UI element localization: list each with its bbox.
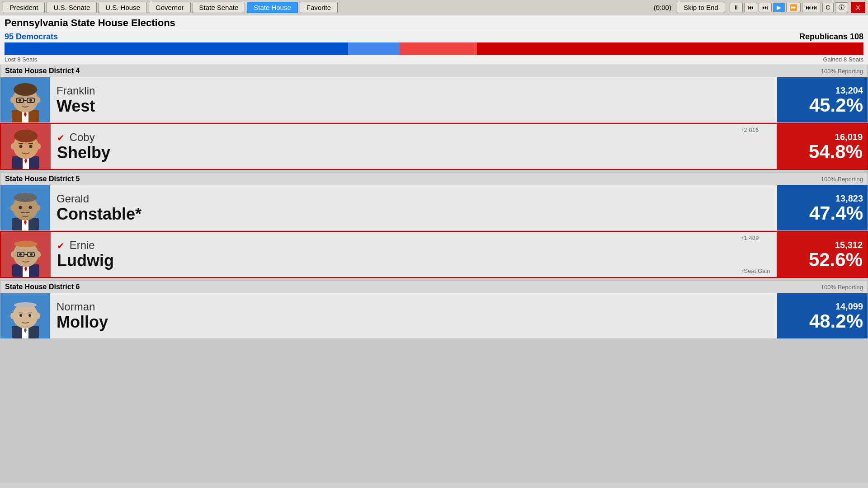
seat-notes: Lost 8 Seats Gained 8 Seats: [5, 55, 863, 65]
reset-button[interactable]: C: [822, 3, 834, 12]
candidate-score-west: 13,204 45.2%: [777, 77, 868, 122]
district-5-name: State House District 5: [5, 175, 80, 183]
tab-favorite[interactable]: Favorite: [300, 2, 338, 13]
candidate-first-ludwig: ✔ Ernie: [57, 239, 770, 252]
pct-west: 45.2%: [809, 96, 863, 115]
candidate-last-shelby: Shelby: [57, 144, 770, 162]
svg-point-44: [19, 253, 22, 256]
info-button[interactable]: ⓘ: [835, 2, 848, 13]
candidate-score-molloy: 14,099 48.2%: [777, 293, 868, 338]
districts-list[interactable]: State House District 4 100% Reporting: [0, 65, 868, 483]
lost-seats-label: Lost 8 Seats: [5, 56, 37, 63]
tab-governor[interactable]: Governor: [149, 2, 191, 13]
avatar-west: [0, 77, 50, 122]
tab-state-house[interactable]: State House: [247, 2, 298, 13]
seat-gain-ludwig: +Seat Gain: [741, 267, 770, 274]
tab-us-senate[interactable]: U.S. Senate: [47, 2, 97, 13]
svg-point-18: [14, 130, 38, 142]
dem-bar-light: [348, 42, 400, 55]
district-block-6: State House District 6 100% Reporting: [0, 281, 868, 339]
dem-score-label: 95 Democrats: [5, 32, 58, 42]
candidate-score-shelby: +2,816 16,019 54.8%: [777, 124, 867, 169]
candidate-last-ludwig: Ludwig: [57, 252, 770, 270]
svg-point-33: [10, 205, 15, 211]
district-5-reporting: 100% Reporting: [821, 176, 863, 183]
candidate-last-constable: Constable*: [57, 205, 771, 223]
tab-us-house[interactable]: U.S. House: [99, 2, 147, 13]
rep-score-label: Republicans 108: [799, 32, 863, 42]
candidate-info-shelby: ✔ Coby Shelby: [51, 124, 777, 169]
svg-point-23: [11, 143, 15, 150]
svg-line-22: [28, 143, 33, 144]
svg-point-54: [19, 314, 22, 317]
timer-display: (0:00): [654, 4, 671, 11]
score-area: 95 Democrats Republicans 108 Lost 8 Seat…: [0, 31, 868, 65]
top-navigation: President U.S. Senate U.S. House Governo…: [0, 0, 868, 15]
district-6-name: State House District 6: [5, 283, 80, 291]
close-button[interactable]: X: [851, 2, 865, 13]
svg-point-12: [36, 97, 40, 103]
district-6-header: State House District 6 100% Reporting: [0, 281, 868, 293]
fast-forward-button[interactable]: ⏩: [786, 3, 801, 12]
svg-point-40: [14, 241, 38, 247]
svg-point-9: [19, 99, 21, 102]
svg-point-59: [36, 313, 40, 319]
candidate-score-ludwig: +1,489 15,312 52.6% +Seat Gain: [777, 232, 867, 277]
district-4-reporting: 100% Reporting: [821, 68, 863, 75]
skip-to-end-button[interactable]: Skip to End: [677, 2, 725, 13]
candidate-last-west: West: [57, 97, 771, 115]
candidate-first-west: Franklin: [57, 84, 771, 97]
seat-bar: [5, 42, 863, 55]
playback-controls: ⏸ ⏮ ⏭ ▶ ⏩ ⏭⏭ C ⓘ: [730, 2, 848, 13]
candidate-info-molloy: Norman Molloy: [50, 293, 777, 338]
svg-point-10: [29, 99, 32, 102]
step-forward-button[interactable]: ⏭: [759, 3, 772, 12]
margin-ludwig: +1,489: [741, 235, 759, 241]
candidate-first-molloy: Norman: [57, 300, 771, 313]
svg-point-58: [10, 313, 15, 319]
district-block-5: State House District 5 100% Reporting: [0, 173, 868, 278]
svg-point-34: [36, 205, 40, 211]
district-block-4: State House District 4 100% Reporting: [0, 65, 868, 170]
pause-button[interactable]: ⏸: [730, 3, 743, 12]
play-button[interactable]: ▶: [773, 3, 785, 12]
tab-president[interactable]: President: [3, 2, 45, 13]
candidate-info-ludwig: ✔ Ernie Ludwig: [51, 232, 777, 277]
district-6-reporting: 100% Reporting: [821, 284, 863, 291]
candidate-first-constable: Gerald: [57, 192, 771, 205]
district-4-name: State House District 4: [5, 67, 80, 75]
svg-point-30: [14, 193, 37, 202]
gained-seats-label: Gained 8 Seats: [823, 56, 863, 63]
avatar-molloy: [0, 293, 50, 338]
svg-point-5: [14, 83, 37, 96]
candidate-row-west: Franklin West 13,204 45.2%: [0, 77, 868, 123]
pct-ludwig: 52.6%: [809, 250, 863, 269]
fast-forward2-button[interactable]: ⏭⏭: [802, 3, 821, 12]
svg-point-20: [29, 145, 33, 148]
page-header: Pennsylvania State House Elections: [0, 15, 868, 31]
svg-point-46: [11, 251, 15, 258]
dem-bar-solid: [5, 42, 348, 55]
svg-point-53: [14, 302, 37, 308]
svg-point-19: [19, 145, 23, 148]
score-labels: 95 Democrats Republicans 108: [5, 32, 863, 42]
svg-line-56: [19, 313, 23, 313]
avatar-shelby: [1, 124, 51, 169]
district-4-header: State House District 4 100% Reporting: [0, 65, 868, 77]
svg-point-32: [29, 206, 32, 209]
checkmark-shelby: ✔: [57, 133, 65, 143]
step-back-button[interactable]: ⏮: [744, 3, 757, 12]
svg-point-11: [10, 97, 15, 103]
svg-line-57: [28, 313, 32, 313]
candidate-row-constable: Gerald Constable* 13,823 47.4%: [0, 185, 868, 231]
rep-bar-solid: [477, 42, 863, 55]
candidate-row-shelby: ✔ Coby Shelby +2,816 16,019 54.8%: [0, 123, 868, 170]
svg-point-47: [36, 251, 41, 258]
avatar-ludwig: [1, 232, 51, 277]
candidate-row-ludwig: ✔ Ernie Ludwig +1,489 15,312 52.6% +Seat…: [0, 231, 868, 278]
tab-state-senate[interactable]: State Senate: [193, 2, 245, 13]
district-5-header: State House District 5 100% Reporting: [0, 173, 868, 185]
svg-point-31: [19, 206, 22, 209]
candidate-last-molloy: Molloy: [57, 313, 771, 331]
pct-constable: 47.4%: [809, 204, 863, 223]
